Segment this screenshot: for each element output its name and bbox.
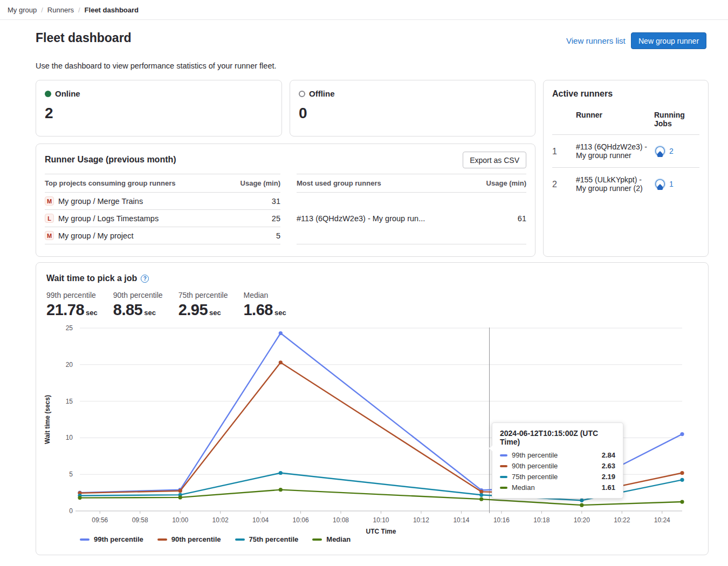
- series-swatch-median: [500, 487, 507, 489]
- svg-text:15: 15: [66, 398, 73, 405]
- most-used-runners-header: Most used group runners: [297, 174, 472, 193]
- svg-text:10:22: 10:22: [614, 516, 630, 524]
- project-name: My group / Logs Timestamps: [58, 214, 159, 223]
- svg-text:25: 25: [66, 324, 73, 332]
- svg-text:0: 0: [69, 507, 73, 515]
- active-runner-row: 2 #155 (ULkKYpkpt) - My group runner (2)…: [552, 168, 699, 201]
- stat-75th: 75th percentile 2.95sec: [178, 291, 228, 319]
- runner-name: #155 (ULkKYpkpt) - My group runner (2): [576, 168, 654, 201]
- running-status-icon: [654, 145, 666, 157]
- series-swatch-75th: [500, 476, 507, 478]
- online-runners-card: Online 2: [36, 80, 282, 137]
- offline-count: 0: [299, 105, 526, 122]
- breadcrumb-separator: /: [41, 6, 43, 14]
- chart-legend: 99th percentile 90th percentile 75th per…: [80, 535, 351, 543]
- usage-min-header: Usage (min): [472, 174, 526, 193]
- project-name: My group / My project: [58, 231, 133, 240]
- table-row: LMy group / Logs Timestamps 25: [45, 210, 280, 227]
- project-avatar: L: [45, 214, 54, 223]
- runner-rank: 2: [552, 168, 576, 201]
- breadcrumb: My group / Runners / Fleet dashboard: [0, 0, 728, 20]
- page-description: Use the dashboard to view performance st…: [36, 62, 277, 70]
- series-swatch-90th: [500, 465, 507, 467]
- svg-text:5: 5: [69, 470, 73, 478]
- active-runners-title: Active runners: [552, 89, 699, 99]
- project-avatar: M: [45, 196, 54, 206]
- tooltip-row: 90th percentile 2.63: [500, 462, 615, 470]
- svg-text:10:00: 10:00: [172, 516, 188, 524]
- svg-text:10:20: 10:20: [574, 516, 590, 524]
- active-runner-row: 1 #113 (6QHdzW2e3) - My group runner 2: [552, 135, 699, 168]
- svg-text:10:12: 10:12: [413, 516, 429, 524]
- help-icon[interactable]: ?: [141, 275, 149, 283]
- svg-text:10:14: 10:14: [453, 516, 469, 524]
- online-count: 2: [45, 105, 273, 122]
- svg-text:10:04: 10:04: [252, 516, 269, 524]
- breadcrumb-my-group[interactable]: My group: [8, 6, 37, 14]
- stat-90th: 90th percentile 8.85sec: [113, 291, 163, 319]
- legend-item-99th[interactable]: 99th percentile: [80, 535, 143, 543]
- tooltip-title: 2024-06-12T10:15:00Z (UTC Time): [500, 429, 615, 446]
- table-row: #113 (6QHdzW2e3) - My group run... 61: [297, 193, 526, 244]
- legend-swatch-99th: [80, 538, 90, 541]
- active-runners-index-header: [552, 106, 576, 135]
- stat-99th: 99th percentile 21.78sec: [46, 291, 98, 319]
- svg-text:20: 20: [66, 361, 73, 369]
- project-usage: 31: [225, 193, 280, 210]
- svg-text:10:06: 10:06: [293, 516, 309, 524]
- legend-item-90th[interactable]: 90th percentile: [157, 535, 221, 543]
- offline-runners-card: Offline 0: [290, 80, 535, 137]
- runner-usage-card: Runner Usage (previous month) Export as …: [36, 144, 535, 257]
- runner-usage-value: 61: [472, 193, 526, 244]
- svg-text:10:02: 10:02: [212, 516, 229, 524]
- export-csv-button[interactable]: Export as CSV: [463, 152, 526, 168]
- legend-item-75th[interactable]: 75th percentile: [235, 535, 299, 543]
- wait-time-stats: 99th percentile 21.78sec 90th percentile…: [46, 291, 286, 319]
- svg-text:10: 10: [66, 434, 73, 441]
- chart-tooltip: 2024-06-12T10:15:00Z (UTC Time) 99th per…: [492, 422, 623, 499]
- runner-rank: 1: [552, 135, 576, 168]
- project-usage: 25: [225, 210, 280, 227]
- svg-text:09:56: 09:56: [92, 516, 108, 524]
- new-group-runner-button[interactable]: New group runner: [631, 32, 706, 49]
- running-jobs-count[interactable]: 1: [669, 180, 674, 188]
- project-name: My group / Merge Trains: [58, 197, 143, 206]
- legend-swatch-90th: [157, 538, 167, 541]
- svg-text:10:18: 10:18: [533, 516, 550, 524]
- svg-text:Wait time (secs): Wait time (secs): [44, 395, 51, 444]
- breadcrumb-runners[interactable]: Runners: [47, 6, 74, 14]
- view-runners-list-link[interactable]: View runners list: [566, 36, 626, 45]
- tooltip-row: Median 1.61: [500, 483, 615, 492]
- wait-time-chart-card: Wait time to pick a job ? 99th percentil…: [36, 262, 709, 555]
- running-status-icon: [654, 178, 666, 190]
- svg-text:UTC Time: UTC Time: [366, 528, 396, 534]
- wait-time-title: Wait time to pick a job: [46, 274, 137, 283]
- tooltip-row: 99th percentile 2.84: [500, 451, 615, 459]
- online-status-icon: [45, 91, 51, 97]
- active-runners-card: Active runners Runner Running Jobs 1 #11…: [543, 80, 709, 257]
- svg-text:10:16: 10:16: [493, 516, 510, 524]
- offline-label: Offline: [309, 89, 335, 98]
- top-projects-table: Top projects consuming group runners Usa…: [45, 174, 280, 244]
- usage-min-header: Usage (min): [225, 174, 280, 193]
- stat-median: Median 1.68sec: [243, 291, 286, 319]
- table-row: MMy group / My project 5: [45, 227, 280, 244]
- table-row: MMy group / Merge Trains 31: [45, 193, 280, 210]
- top-projects-header: Top projects consuming group runners: [45, 174, 225, 193]
- active-runners-runner-header: Runner: [576, 106, 654, 135]
- svg-text:10:10: 10:10: [373, 516, 389, 524]
- most-used-runners-table: Most used group runners Usage (min) #113…: [297, 174, 526, 244]
- active-runners-jobs-header: Running Jobs: [654, 106, 699, 135]
- legend-swatch-75th: [235, 538, 245, 541]
- project-avatar: M: [45, 231, 54, 240]
- online-label: Online: [55, 89, 80, 98]
- page-title: Fleet dashboard: [36, 31, 132, 45]
- runner-name: #113 (6QHdzW2e3) - My group run...: [297, 193, 472, 244]
- svg-text:10:08: 10:08: [333, 516, 349, 524]
- running-jobs-count[interactable]: 2: [669, 147, 674, 155]
- series-swatch-99th: [500, 454, 507, 456]
- offline-status-icon: [299, 91, 305, 97]
- runner-name: #113 (6QHdzW2e3) - My group runner: [576, 135, 654, 168]
- runner-usage-title: Runner Usage (previous month): [45, 153, 526, 165]
- legend-item-median[interactable]: Median: [312, 535, 351, 543]
